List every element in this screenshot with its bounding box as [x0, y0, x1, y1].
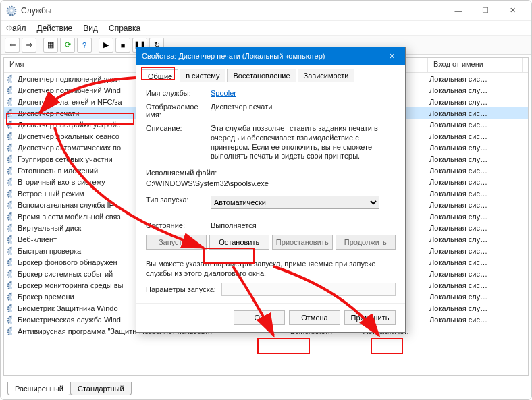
start-svc-button: Запустить [146, 235, 207, 250]
tab-extended[interactable]: Расширенный [7, 382, 71, 395]
menu-action[interactable]: Действие [37, 24, 73, 33]
cell-name: Время в сети мобильной связ [15, 212, 136, 221]
properties-dialog: Свойства: Диспетчер печати (Локальный ко… [136, 47, 406, 333]
col-name[interactable]: Имя [4, 58, 138, 72]
help-button[interactable]: ? [77, 38, 92, 53]
cell-logon: Локальная сис… [427, 178, 521, 186]
menu-view[interactable]: Вид [83, 24, 98, 33]
start-button[interactable]: ▶ [99, 38, 113, 53]
maximize-button[interactable]: ☐ [472, 1, 499, 20]
cell-logon: Локальная сис… [427, 201, 521, 209]
gear-icon [7, 212, 12, 221]
gear-icon [7, 189, 12, 198]
gear-icon [7, 292, 12, 301]
gear-icon [7, 97, 12, 106]
cell-logon: Локальная сис… [427, 121, 521, 129]
gear-icon [7, 166, 12, 175]
window-title: Службы [21, 6, 445, 16]
lbl-params: Параметры запуска: [146, 285, 216, 293]
cell-name: Встроенный режим [15, 190, 136, 198]
gear-icon [7, 154, 12, 163]
refresh-button[interactable]: ⟳ [60, 38, 75, 53]
val-desc[interactable]: Эта служба позволяет ставить задания печ… [211, 124, 393, 162]
cell-name: Биометрическая служба Wind [15, 316, 136, 324]
val-svcname[interactable]: Spooler [211, 89, 396, 97]
gear-icon [7, 132, 12, 140]
menu-file[interactable]: Файл [6, 24, 26, 33]
startup-select[interactable]: Автоматически [211, 196, 379, 209]
cell-name: Биометрик Защитника Windo [15, 304, 136, 312]
cancel-button[interactable]: Отмена [289, 310, 340, 325]
gear-icon [7, 120, 12, 129]
gear-icon [7, 143, 12, 152]
gear-icon [7, 86, 12, 94]
cell-name: Готовность п иложений [15, 167, 136, 175]
cell-logon: Локальная сис… [427, 281, 521, 289]
dialog-close-icon[interactable]: ✕ [383, 52, 400, 61]
cell-logon: Локальная сис… [427, 109, 521, 117]
menu-help[interactable]: Справка [109, 24, 140, 33]
cell-name: Брокер фонового обнаружен [15, 258, 136, 266]
gear-icon [7, 304, 12, 312]
cell-name: Диспетчер настройки устройс [15, 121, 136, 129]
dtab-logon[interactable]: в систему [180, 69, 225, 82]
cell-logon: Локальная слу… [427, 304, 521, 312]
cell-name: Диспетчер локальных сеансо [15, 132, 136, 140]
minimize-button[interactable]: — [445, 1, 472, 20]
cell-name: Брокер времени [15, 293, 136, 301]
val-dispname: Диспетчер печати [211, 103, 396, 111]
cell-name: Диспетчер подключений удал [15, 75, 136, 83]
gear-icon [7, 315, 12, 324]
props-button[interactable]: ▦ [43, 38, 58, 53]
cell-logon: Локальная сис… [427, 75, 521, 83]
val-exe: C:\WINDOWS\System32\spoolsv.exe [146, 179, 396, 188]
gear-icon [7, 223, 12, 232]
cell-logon: Локальная слу… [427, 155, 521, 163]
cell-logon: Локальная сис… [427, 190, 521, 198]
forward-button[interactable]: ⇨ [22, 38, 36, 53]
close-button[interactable]: ✕ [499, 1, 526, 20]
dtab-general[interactable]: Общие [142, 69, 178, 82]
gear-icon [7, 235, 12, 244]
cell-logon: Локальная сис… [427, 167, 521, 175]
tab-standard[interactable]: Стандартный [70, 382, 132, 395]
lbl-dispname: Отображаемое имя: [146, 103, 211, 119]
app-icon [6, 5, 17, 16]
cell-name: Диспетчер платежей и NFC/за [15, 98, 136, 106]
cell-name: Диспетчер подключений Wind [15, 86, 136, 94]
ok-button[interactable]: ОК [234, 310, 285, 325]
cell-logon: Локальная сис… [427, 132, 521, 140]
stop-svc-button[interactable]: Остановить [209, 235, 270, 250]
cell-name: Брокер мониторинга среды вы [15, 281, 136, 289]
cell-name: Виртуальный диск [15, 224, 136, 232]
dtab-deps[interactable]: Зависимости [298, 69, 355, 82]
gear-icon [7, 109, 12, 117]
cell-name: Веб-клиент [15, 235, 136, 244]
dtab-recovery[interactable]: Восстановление [227, 69, 296, 82]
gear-icon [7, 326, 12, 335]
apply-button[interactable]: Применить [344, 310, 396, 325]
back-button[interactable]: ⇦ [5, 38, 20, 53]
lbl-state: Состояние: [146, 221, 211, 229]
params-input [221, 283, 396, 296]
gear-icon [7, 281, 12, 289]
cell-logon: Локальная слу… [427, 98, 521, 106]
gear-icon [7, 258, 12, 266]
cell-name: Антивирусная программа "Защитника Window… [15, 327, 136, 335]
menubar: Файл Действие Вид Справка [1, 21, 531, 36]
cell-logon: Локальная слу… [427, 86, 521, 94]
cell-logon: Локальная сис… [427, 316, 521, 324]
col-logon[interactable]: Вход от имени [428, 58, 523, 72]
lbl-desc: Описание: [146, 124, 211, 132]
cell-name: Диспетчер печати [15, 109, 136, 117]
cell-logon: Локальная сис… [427, 224, 521, 232]
pause-svc-button: Приостановить [272, 235, 333, 250]
cell-logon: Локальная слу… [427, 293, 521, 301]
lbl-svcname: Имя службы: [146, 89, 211, 97]
cell-logon: Локальная слу… [427, 144, 521, 152]
cell-logon: Локальная слу… [427, 212, 521, 221]
cell-logon: Локальная сис… [427, 258, 521, 266]
stop-tb-button[interactable]: ■ [115, 38, 130, 53]
cell-name: Вторичный вхо в систему [15, 178, 136, 186]
val-state: Выполняется [211, 221, 396, 229]
